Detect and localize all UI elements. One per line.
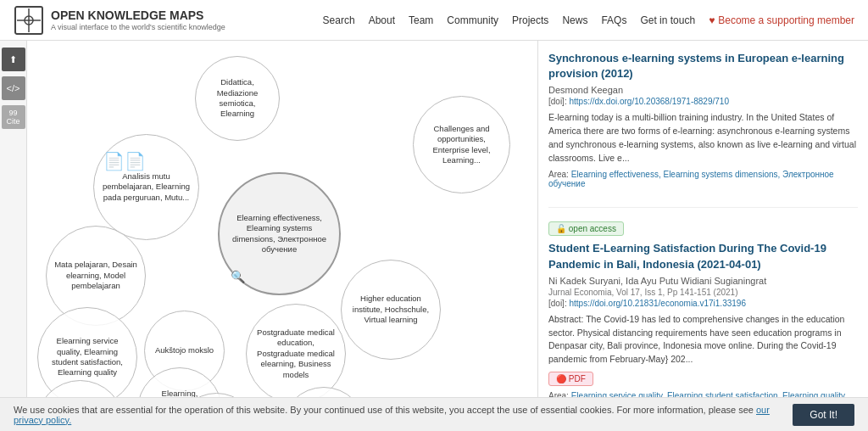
paper-2-area-link[interactable]: Elearning service quality, Elearning stu… <box>571 391 845 397</box>
circle-challenges[interactable]: Challenges and opportunities, Enterprise… <box>413 96 510 193</box>
logo-text: OPEN KNOWLEDGE MAPS A visual interface t… <box>51 8 225 31</box>
paper-2-title[interactable]: Student E-Learning Satisfaction During T… <box>548 241 858 271</box>
logo-area: OPEN KNOWLEDGE MAPS A visual interface t… <box>14 5 225 36</box>
share-icon: ⬆ <box>9 54 17 65</box>
paper-item-1: Synchronous e-learning systems in Europe… <box>548 51 858 208</box>
paper-2-author: Ni Kadek Suryani, Ida Ayu Putu Widiani S… <box>548 276 858 286</box>
main-content: ⬆ </> 99 Cite Didattica, Mediazione semi… <box>0 41 868 397</box>
main-nav: Search About Team Community Projects New… <box>225 14 854 26</box>
become-member-link[interactable]: ♥ Become a supporting member <box>709 14 854 26</box>
sidebar-tools: ⬆ </> 99 Cite <box>0 41 27 397</box>
code-button[interactable]: </> <box>2 76 25 100</box>
header: OPEN KNOWLEDGE MAPS A visual interface t… <box>0 0 868 41</box>
nav-search[interactable]: Search <box>323 14 355 26</box>
knowledge-map: Didattica, Mediazione semiotica, Elearni… <box>27 41 537 397</box>
nav-projects[interactable]: Projects <box>512 14 548 26</box>
paper-2-journal: Jurnal Economia, Vol 17, Iss 1, Pp 141-1… <box>548 288 858 297</box>
paper-2-pdf-badge[interactable]: 🔴 PDF <box>548 372 593 386</box>
nav-about[interactable]: About <box>369 14 395 26</box>
paper-1-doi-link[interactable]: https://dx.doi.org/10.20368/1971-8829/71… <box>569 97 728 106</box>
logo-subtitle: A visual interface to the world's scient… <box>51 23 225 31</box>
logo-title: OPEN KNOWLEDGE MAPS <box>51 8 225 23</box>
cookie-text: We use cookies that are essential for th… <box>14 405 786 425</box>
paper-2-doi-link[interactable]: https://doi.org/10.21831/economia.v17i1.… <box>569 299 746 308</box>
right-panel: Synchronous e-learning systems in Europe… <box>537 41 868 397</box>
nav-team[interactable]: Team <box>409 14 433 26</box>
code-icon: </> <box>7 83 20 93</box>
paper-2-area: Area: Elearning service quality, Elearni… <box>548 391 858 397</box>
logo-icon <box>14 5 44 36</box>
paper-item-2: 🔓 open access Student E-Learning Satisfa… <box>548 221 858 397</box>
heart-icon: ♥ <box>709 14 715 26</box>
circle-higher-education-institute[interactable]: Higher education institute, Hochschule, … <box>341 260 441 360</box>
got-it-button[interactable]: Got It! <box>793 404 854 426</box>
cite-label: 99 Cite <box>3 109 24 126</box>
paper-1-doi: [doi]: https://dx.doi.org/10.20368/1971-… <box>548 97 858 106</box>
circle-analisis[interactable]: Analisis mutu pembelajaran, Elearning pa… <box>93 134 199 240</box>
share-button[interactable]: ⬆ <box>2 48 25 71</box>
become-member-label: Become a supporting member <box>718 14 854 26</box>
zoom-icon[interactable]: 🔍 <box>231 270 245 283</box>
paper-1-title[interactable]: Synchronous e-learning systems in Europe… <box>548 51 858 81</box>
circle-postgraduate[interactable]: Postgraduate medical education, Postgrad… <box>246 304 346 397</box>
nav-community[interactable]: Community <box>447 14 498 26</box>
circle-didattica[interactable]: Didattica, Mediazione semiotica, Elearni… <box>195 56 280 141</box>
paper-2-doi: [doi]: https://doi.org/10.21831/economia… <box>548 299 858 308</box>
paper-2-abstract: Abstract: The Covid-19 has led to compre… <box>548 313 858 367</box>
paper-1-abstract: E-learning today is a multi-billion trai… <box>548 111 858 165</box>
cite-button[interactable]: 99 Cite <box>2 105 25 129</box>
nav-news[interactable]: News <box>562 14 587 26</box>
nav-faqs[interactable]: FAQs <box>601 14 626 26</box>
cookie-message: We use cookies that are essential for th… <box>14 405 754 415</box>
cookie-bar: We use cookies that are essential for th… <box>0 397 868 431</box>
paper-1-area: Area: Elearning effectiveness, Elearning… <box>548 170 858 188</box>
paper-1-area-link[interactable]: Elearning effectiveness, Elearning syste… <box>548 170 834 188</box>
paper-2-open-access-badge: 🔓 open access <box>548 221 624 236</box>
nav-contact[interactable]: Get in touch <box>640 14 695 26</box>
paper-1-author: Desmond Keegan <box>548 85 858 95</box>
